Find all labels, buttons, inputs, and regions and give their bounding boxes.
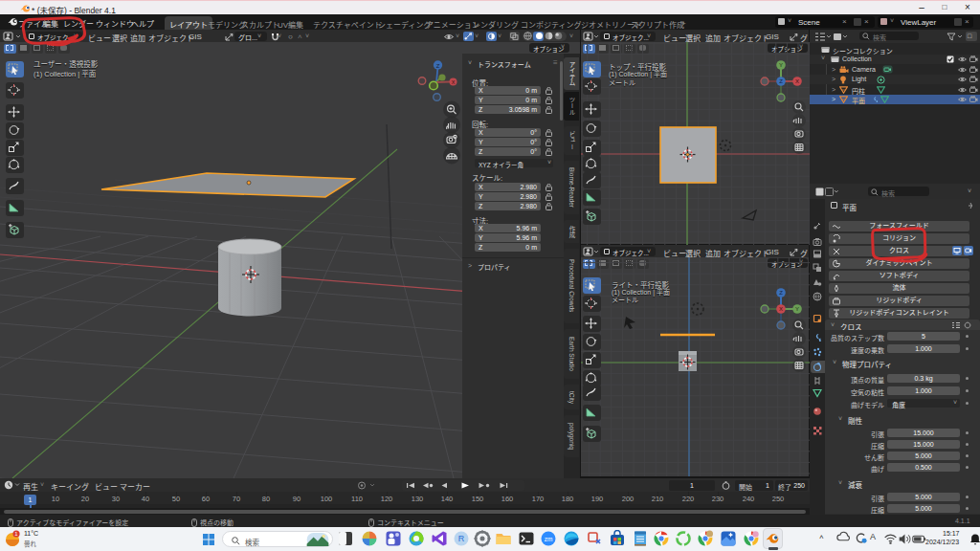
svg-text:Z: Z xyxy=(779,290,783,296)
svg-text:zm: zm xyxy=(545,536,553,542)
svg-text:Z: Z xyxy=(436,63,440,69)
svg-text:R: R xyxy=(458,534,465,543)
svg-text:X: X xyxy=(779,306,783,312)
svg-text:X: X xyxy=(452,79,456,85)
svg-text:Z: Z xyxy=(779,78,783,84)
svg-text:X: X xyxy=(795,78,799,84)
svg-text:Y: Y xyxy=(779,62,783,68)
svg-text:Y: Y xyxy=(795,306,799,312)
